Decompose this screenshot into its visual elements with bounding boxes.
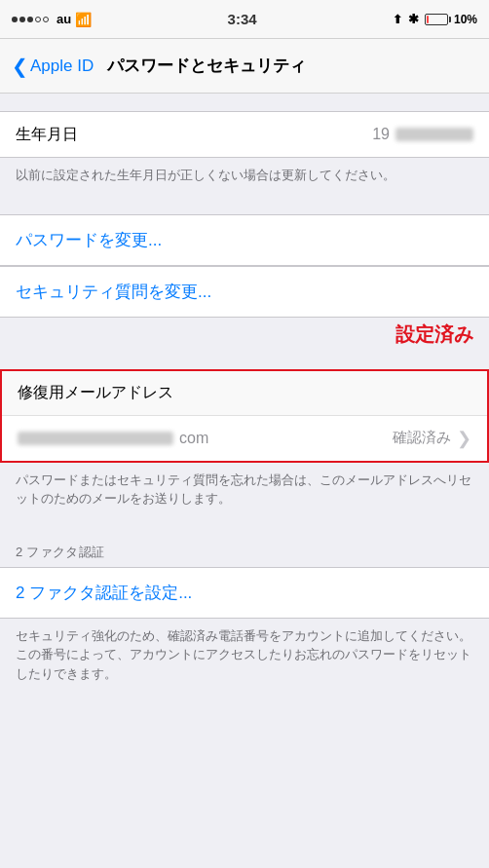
two-factor-section: 2 ファクタ認証 2 ファクタ認証を設定... セキュリティ強化のため、確認済み… xyxy=(0,538,489,696)
status-time: 3:34 xyxy=(228,11,257,27)
birthday-cell-group: 生年月日 19 xyxy=(0,111,489,158)
carrier-label: au xyxy=(56,12,71,26)
two-factor-header: 2 ファクタ認証 xyxy=(0,538,489,567)
actions-section: パスワードを変更... セキュリティ質問を変更... 設定済み xyxy=(0,214,489,352)
signal-dot-4 xyxy=(35,17,41,22)
status-right: ⬆ ✱ 10% xyxy=(393,12,477,26)
birthday-value: 19 xyxy=(372,126,473,143)
signal-dot-2 xyxy=(19,17,25,22)
recovery-email-value: com xyxy=(18,430,208,447)
status-bar: au 📶 3:34 ⬆ ✱ 10% xyxy=(0,0,489,39)
two-factor-footer: セキュリティ強化のため、確認済み電話番号をアカウントに追加してください。この番号… xyxy=(0,619,489,696)
birthday-cell[interactable]: 生年月日 19 xyxy=(0,112,489,157)
birthday-section: 生年月日 19 以前に設定された生年月日が正しくない場合は更新してください。 xyxy=(0,111,489,197)
bluetooth-icon: ✱ xyxy=(408,12,419,26)
page-title: パスワードとセキュリティ xyxy=(107,55,306,77)
nav-bar: ❮ Apple ID パスワードとセキュリティ xyxy=(0,39,489,94)
email-blurred xyxy=(18,432,173,445)
chevron-left-icon: ❮ xyxy=(12,57,28,76)
birthday-prefix: 19 xyxy=(372,126,390,143)
back-label: Apple ID xyxy=(30,57,94,76)
recovery-email-section-label: 修復用メールアドレス xyxy=(18,383,173,403)
confirmed-label: 確認済み xyxy=(393,429,451,447)
recovery-email-header-cell: 修復用メールアドレス xyxy=(2,371,487,416)
two-factor-group: 2 ファクタ認証を設定... xyxy=(0,567,489,619)
recovery-email-section: 修復用メールアドレス com 確認済み ❯ パスワードまたはセキュリティ質問を忘… xyxy=(0,369,489,520)
wifi-icon: 📶 xyxy=(75,12,92,27)
birthday-label: 生年月日 xyxy=(16,125,78,145)
two-factor-setup-link[interactable]: 2 ファクタ認証を設定... xyxy=(0,568,489,618)
birthday-blurred xyxy=(395,128,473,141)
signal-dot-1 xyxy=(12,17,18,22)
change-password-link[interactable]: パスワードを変更... xyxy=(0,214,489,266)
birthday-footer: 以前に設定された生年月日が正しくない場合は更新してください。 xyxy=(0,158,489,197)
signal-dots xyxy=(12,17,49,22)
chevron-right-icon: ❯ xyxy=(457,428,471,449)
battery-icon xyxy=(425,14,448,25)
change-security-question-link[interactable]: セキュリティ質問を変更... xyxy=(0,266,489,318)
recovery-email-footer: パスワードまたはセキュリティ質問を忘れた場合は、このメールアドレスへリセットのた… xyxy=(0,463,489,520)
location-icon: ⬆ xyxy=(393,13,402,26)
recovery-email-value-cell[interactable]: com 確認済み ❯ xyxy=(2,416,487,461)
main-content: 生年月日 19 以前に設定された生年月日が正しくない場合は更新してください。 パ… xyxy=(0,94,489,868)
back-button[interactable]: ❮ Apple ID xyxy=(12,57,94,76)
signal-dot-3 xyxy=(27,17,33,22)
battery-percent: 10% xyxy=(454,13,477,26)
battery-fill xyxy=(427,16,429,23)
signal-dot-5 xyxy=(43,17,49,22)
status-left: au 📶 xyxy=(12,12,92,27)
set-label: 設定済み xyxy=(0,318,489,352)
recovery-email-group: 修復用メールアドレス com 確認済み ❯ xyxy=(0,369,489,463)
email-suffix: com xyxy=(179,430,208,447)
